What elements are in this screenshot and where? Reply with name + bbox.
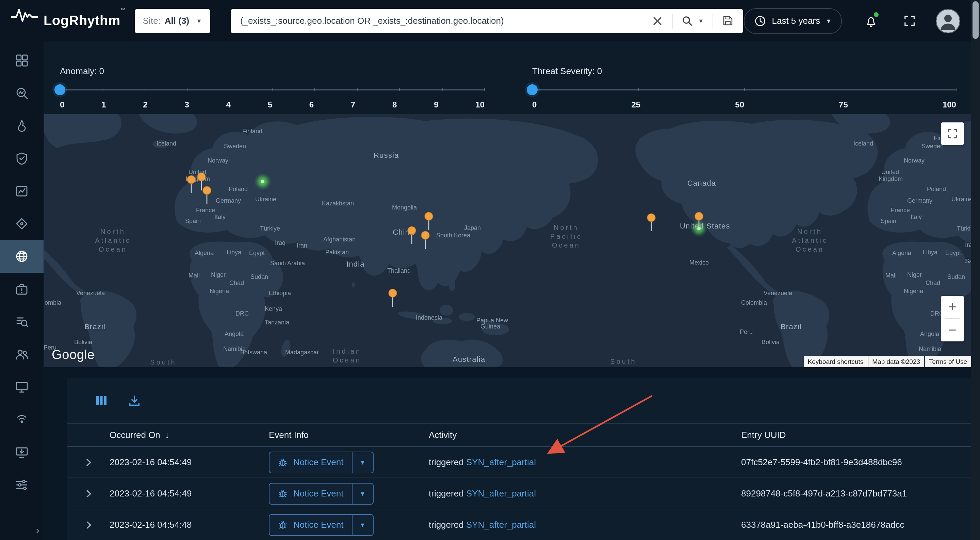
- threat-tick-labels: 0255075100: [532, 100, 956, 110]
- nav-deployment[interactable]: [0, 436, 43, 469]
- sidebar-collapse-chevron[interactable]: ›: [36, 524, 40, 537]
- search-submit-button[interactable]: ▼: [679, 11, 707, 30]
- row-expander-cell: [67, 457, 110, 468]
- slider-tick-mark: [850, 88, 851, 91]
- zoom-in-button[interactable]: +: [941, 296, 964, 318]
- map-ocean-label: South: [150, 358, 176, 366]
- map-country-label: Sudan: [250, 273, 268, 280]
- notice-event-button[interactable]: Notice Event: [269, 452, 352, 472]
- notice-event-dropdown-button[interactable]: ▼: [352, 515, 372, 535]
- expand-row-chevron-icon[interactable]: [83, 519, 94, 530]
- page-scrollbar[interactable]: [971, 0, 980, 540]
- slider-tick-label: 6: [309, 100, 314, 110]
- search-query-input[interactable]: (_exists_:source.geo.location OR _exists…: [240, 16, 643, 26]
- nav-reports[interactable]: [0, 175, 43, 207]
- nav-security[interactable]: [0, 142, 43, 175]
- map-attribution: Keyboard shortcuts Map data ©2023 Terms …: [804, 356, 971, 367]
- column-header-entry-uuid[interactable]: Entry UUID: [741, 430, 971, 440]
- activity-rule-link[interactable]: SYN_after_partial: [466, 488, 536, 499]
- notice-event-dropdown-button[interactable]: ▼: [352, 483, 372, 503]
- column-header-activity[interactable]: Activity: [429, 430, 741, 440]
- map-ocean-label: Atlantic: [95, 237, 131, 244]
- slider-tick-mark: [145, 88, 145, 91]
- map-country-label: Kingdom: [878, 175, 903, 182]
- nav-agents[interactable]: [0, 371, 43, 403]
- nav-searches[interactable]: [0, 305, 43, 338]
- map-pin-marker[interactable]: [647, 214, 655, 231]
- slider-tick-label: 0: [532, 100, 537, 110]
- nav-log-sources[interactable]: [0, 403, 43, 436]
- zoom-out-button[interactable]: −: [941, 319, 964, 341]
- slider-tick-label: 8: [392, 100, 397, 110]
- nav-administration[interactable]: [0, 469, 43, 501]
- notifications-button[interactable]: [859, 9, 883, 32]
- scrollbar-thumb[interactable]: [972, 2, 978, 39]
- notice-event-button[interactable]: Notice Event: [269, 515, 352, 535]
- bug-icon: [278, 519, 288, 530]
- expand-row-chevron-icon[interactable]: [83, 457, 94, 468]
- expand-row-chevron-icon[interactable]: [83, 488, 94, 499]
- search-icon: [682, 15, 692, 26]
- nav-cases[interactable]: [0, 273, 43, 305]
- map-ocean-label: Ocean: [333, 356, 361, 364]
- slider-tick-label: 100: [943, 100, 956, 110]
- keyboard-shortcuts-link[interactable]: Keyboard shortcuts: [804, 356, 868, 367]
- export-button[interactable]: [127, 393, 142, 408]
- map-country-label: DRC: [235, 310, 249, 317]
- map-country-label: Egypt: [945, 249, 961, 256]
- nav-analyze[interactable]: [0, 77, 43, 110]
- fullscreen-button[interactable]: [898, 9, 921, 32]
- notice-event-dropdown-button[interactable]: ▼: [352, 452, 372, 472]
- logo-trademark: ™: [121, 8, 125, 12]
- user-avatar[interactable]: [936, 8, 960, 33]
- sort-desc-icon[interactable]: ↓: [165, 430, 169, 440]
- column-header-occurred-on[interactable]: Occurred On ↓: [110, 430, 269, 440]
- slider-tick-label: 3: [185, 100, 189, 110]
- landmasses: [43, 114, 971, 367]
- map-fullscreen-button[interactable]: [941, 122, 964, 145]
- slider-tick-label: 25: [631, 100, 640, 110]
- nav-people[interactable]: [0, 338, 43, 371]
- map-pin-marker[interactable]: [388, 289, 397, 307]
- global-search[interactable]: (_exists_:source.geo.location OR _exists…: [231, 8, 743, 33]
- site-selector[interactable]: Site: All (3) ▼: [135, 8, 210, 33]
- notice-event-split-button: Notice Event ▼: [269, 483, 373, 504]
- nav-dashboards[interactable]: [0, 44, 43, 77]
- clear-search-button[interactable]: [648, 11, 667, 30]
- chevron-down-icon: ▼: [196, 17, 202, 24]
- map-country-label: Saudi Arabia: [270, 260, 305, 267]
- column-header-event-info[interactable]: Event Info: [269, 430, 429, 440]
- activity-rule-link[interactable]: SYN_after_partial: [466, 457, 536, 467]
- anomaly-slider-handle[interactable]: [54, 84, 65, 95]
- map-country-label: Spain: [185, 218, 201, 224]
- column-chooser-button[interactable]: [94, 393, 109, 408]
- terms-of-use-link[interactable]: Terms of Use: [925, 356, 971, 367]
- map-country-label: Ira: [965, 241, 971, 248]
- world-map-canvas: FinlandIcelandSwedenNorwayRussiaUnitedKi…: [43, 114, 971, 367]
- activity-rule-link[interactable]: SYN_after_partial: [466, 519, 536, 530]
- map-country-label: France: [891, 207, 910, 214]
- slider-tick-label: 10: [476, 100, 485, 110]
- map-country-label: Colombia: [741, 299, 767, 306]
- slider-tick-mark: [638, 88, 639, 91]
- map-country-label: Ethiopia: [269, 290, 291, 297]
- geo-map[interactable]: FinlandIcelandSwedenNorwayRussiaUnitedKi…: [43, 114, 971, 367]
- google-logo: Google: [52, 348, 95, 362]
- slider-tick-label: 4: [226, 100, 231, 110]
- map-ocean-label: North: [797, 228, 822, 235]
- threat-slider-track[interactable]: [532, 84, 956, 95]
- table-row: 2023-02-16 04:54:48 Notice Event ▼ trigg…: [67, 510, 971, 540]
- anomaly-slider-track[interactable]: [60, 84, 485, 95]
- notice-event-button[interactable]: Notice Event: [269, 483, 352, 503]
- nav-tags[interactable]: [0, 207, 43, 240]
- map-country-label: Norway: [208, 157, 228, 164]
- map-country-label: Sudan: [947, 273, 965, 280]
- save-search-button[interactable]: [719, 11, 738, 30]
- slider-tick-mark: [484, 88, 485, 91]
- settings-sliders-icon: [15, 478, 29, 492]
- activity-prefix: triggered: [429, 457, 466, 467]
- threat-slider-handle[interactable]: [527, 84, 538, 95]
- time-range-selector[interactable]: Last 5 years ▼: [744, 8, 842, 34]
- nav-threats[interactable]: [0, 110, 43, 142]
- nav-geo-map[interactable]: [0, 240, 43, 273]
